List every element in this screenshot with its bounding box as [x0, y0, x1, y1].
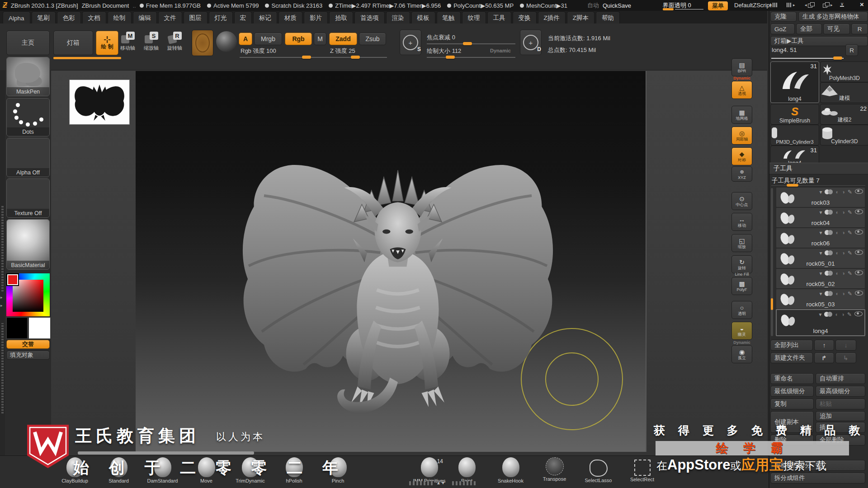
move-axis-button[interactable]: M 移动轴 [120, 32, 135, 52]
subtool-visibility-icon[interactable] [855, 250, 863, 256]
paste-button[interactable]: 粘贴 [816, 399, 865, 409]
draw-size-handle[interactable] [446, 56, 455, 59]
menu-item[interactable]: Z脚本 [567, 12, 594, 24]
rotate-view-button[interactable]: ↻旋转 [731, 255, 752, 273]
subtool-uvmap-icon[interactable]: ◑ [842, 230, 845, 235]
subtool-row[interactable]: ▾ ◐ ◑ ✎ rock05_03 [776, 289, 865, 309]
canvas-thumbnail[interactable] [69, 80, 130, 125]
rename-button[interactable]: 重命名 [770, 373, 814, 384]
brush-shortcut[interactable]: SnakeHook [489, 457, 533, 487]
subtool-colorize-icon[interactable]: ◐ [835, 210, 839, 215]
menu-item[interactable]: 帮助 [596, 12, 620, 24]
bpr-render-button[interactable]: ▤BPR [731, 58, 752, 76]
current-material-thumbnail[interactable] [215, 29, 238, 54]
subtool-section-header[interactable]: 子工具 [769, 163, 868, 174]
transparency-button[interactable]: ○透明 [731, 301, 752, 319]
menu-item[interactable]: 文件 [158, 12, 182, 24]
tray-expand-arrow-icon[interactable]: ▸ [0, 303, 3, 308]
menu-item[interactable]: 色彩 [57, 12, 81, 24]
subtool-row[interactable]: ▾ ◐ ◑ ✎ rock05_02 [776, 268, 865, 289]
subtool-scrollbar[interactable] [771, 188, 773, 336]
menu-item[interactable]: 模板 [411, 12, 435, 24]
menu-item[interactable]: 工具 [487, 12, 511, 24]
lowest-subdiv-button[interactable]: 最低级细分 [770, 386, 814, 397]
subtool-down-button[interactable]: ↓ [835, 340, 856, 351]
subtool-colorize-icon[interactable]: ◐ [835, 312, 838, 317]
list-all-button[interactable]: 全部列出 [770, 340, 813, 351]
draw-size-track[interactable] [427, 57, 515, 58]
menu-item[interactable]: 影片 [304, 12, 328, 24]
subtool-visibility-icon[interactable] [855, 291, 863, 296]
subtool-movedown-icon[interactable]: ▾ [819, 291, 822, 296]
subtool-uvmap-icon[interactable]: ◑ [841, 312, 844, 317]
subtool-polypaint-icon[interactable] [825, 250, 833, 255]
move-to-folder-up-button[interactable]: ↱ [814, 352, 834, 363]
brush-shortcut[interactable]: SelectLasso [576, 457, 620, 487]
secondary-color-swatch[interactable] [28, 317, 51, 339]
menu-item[interactable]: 标记 [253, 12, 277, 24]
xyz-button[interactable]: ⊕XYZ [731, 166, 752, 182]
menu-item[interactable]: 首选项 [354, 12, 385, 24]
subtool-polypaint-icon[interactable] [825, 210, 833, 215]
menu-item[interactable]: 笔刷 [32, 12, 56, 24]
subtool-row[interactable]: ▾ ◐ ◑ ✎ rock03 [776, 187, 865, 207]
minimize-button[interactable]: ∨ [840, 2, 844, 7]
subtool-movedown-icon[interactable]: ▾ [819, 189, 822, 195]
subtool-colorize-icon[interactable]: ◐ [835, 271, 839, 276]
menu-item[interactable]: 笔触 [437, 12, 461, 24]
undo-history-left-icon[interactable]: ◂ [769, 3, 778, 7]
current-texture-selector[interactable]: Texture Off [6, 178, 50, 218]
subtool-movedown-icon[interactable]: ▾ [819, 250, 822, 256]
zsub-button[interactable]: Zsub [359, 33, 386, 45]
subtool-polypaint-icon[interactable] [825, 189, 833, 194]
subtool-polypaint-icon[interactable] [824, 312, 832, 317]
current-material-selector[interactable]: BasicMaterial [6, 219, 50, 270]
dynamic-subdiv-icon-button[interactable]: +D [520, 30, 542, 55]
draw-mode-button[interactable]: -¦- 绘 制 [96, 31, 118, 55]
symmetry-button[interactable]: ◆对称 [731, 147, 752, 165]
subtool-colorize-icon[interactable]: ◐ [835, 189, 839, 195]
scale-axis-button[interactable]: S 缩放轴 [144, 32, 159, 52]
shelf-pager-arrows[interactable]: ▲▼ [436, 480, 445, 485]
quicksave-button[interactable]: QuickSave [603, 2, 631, 9]
subtool-uvmap-icon[interactable]: ◑ [842, 210, 845, 215]
subtool-polypaint-icon[interactable] [825, 230, 833, 235]
auto-reorder-button[interactable]: 自动重排 [816, 373, 865, 384]
local-axis-button[interactable]: ◎局部轴 [731, 127, 752, 145]
tool-slider-track[interactable] [771, 58, 844, 59]
zadd-button[interactable]: Zadd [329, 33, 357, 45]
menu-item[interactable]: Z插件 [538, 12, 566, 24]
export-visible-button[interactable]: 可见 [823, 23, 850, 34]
goz-button[interactable]: GoZ [770, 23, 795, 34]
subtool-visibility-icon[interactable] [855, 189, 863, 195]
tool-item-terrain2[interactable]: 22 建模2 [820, 104, 868, 125]
brush-preview[interactable] [192, 30, 213, 56]
r-button[interactable]: R [851, 23, 868, 34]
m-button[interactable]: M [314, 33, 326, 45]
tool-item-pm3d-cylinder[interactable]: PM3D_Cylinder3 [770, 125, 819, 145]
left-tray-scrollbar[interactable]: ▸ ▸ [0, 70, 5, 455]
subtool-movedown-icon[interactable]: ▾ [819, 271, 822, 276]
sculpt-canvas[interactable] [136, 71, 646, 452]
dock-right-icon[interactable]: ▸ [823, 2, 833, 8]
frame-center-button[interactable]: ⊙中心点 [731, 192, 752, 210]
highest-subdiv-button[interactable]: 最高级细分 [816, 386, 865, 397]
menu-item[interactable]: 灯光 [209, 12, 233, 24]
menu-item[interactable]: 编辑 [133, 12, 157, 24]
floor-grid-button[interactable]: ▦地网格 [731, 106, 752, 124]
subtool-colorize-icon[interactable]: ◐ [835, 230, 839, 235]
color-picker[interactable] [6, 273, 50, 316]
anchor-button[interactable]: A [239, 33, 252, 45]
subtool-colorize-icon[interactable]: ◐ [835, 291, 839, 296]
rgb-intensity-handle[interactable] [302, 56, 311, 59]
subtool-sculpt-icon[interactable]: ✎ [848, 189, 852, 195]
tool-slider-handle[interactable] [833, 56, 842, 60]
subtool-sculpt-icon[interactable]: ✎ [848, 210, 852, 215]
export-all-button[interactable]: 全部 [796, 23, 822, 34]
tool-r-button[interactable]: R [845, 44, 858, 56]
focal-shift-icon-button[interactable]: +S [400, 30, 421, 55]
subtool-colorize-icon[interactable]: ◐ [835, 250, 839, 256]
tool-item-active[interactable]: 31 long4 [770, 61, 819, 103]
lightbox-button[interactable]: 灯箱 [53, 31, 93, 55]
subtool-row[interactable]: ▾ ◐ ◑ ✎ rock04 [776, 207, 865, 228]
